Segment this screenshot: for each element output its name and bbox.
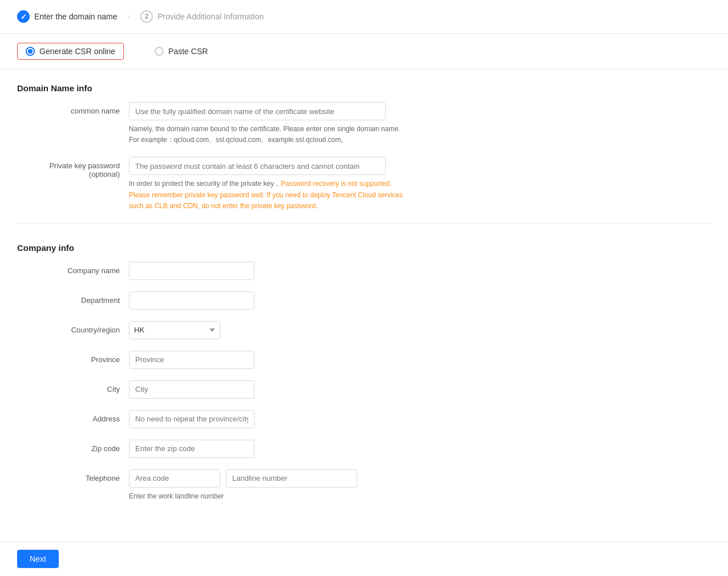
private-key-field: In order to protect the security of the … (129, 157, 414, 212)
department-row: Department (17, 291, 711, 310)
country-field: HK CN US UK JP SG (129, 321, 414, 339)
common-name-field: Namely, the domain name bound to the cer… (129, 102, 414, 145)
company-name-input[interactable] (129, 262, 254, 280)
footer-bar: Next (0, 541, 728, 576)
department-label: Department (17, 291, 120, 305)
step-1-label: Enter the domain name (34, 12, 118, 21)
zipcode-row: Zip code (17, 440, 711, 458)
country-label: Country/region (17, 321, 120, 334)
telephone-helper: Enter the work landline number (129, 491, 414, 502)
country-row: Country/region HK CN US UK JP SG (17, 321, 711, 339)
telephone-field: Enter the work landline number (129, 469, 414, 502)
stepper: ✓ Enter the domain name › 2 Provide Addi… (0, 0, 728, 34)
step-1-circle: ✓ (17, 10, 30, 23)
private-key-helper-plain: In order to protect the security of the … (129, 180, 281, 188)
step-2-label: Provide Additional Information (157, 12, 264, 21)
radio-row: Generate CSR online Paste CSR (0, 34, 728, 70)
company-name-label: Company name (17, 262, 120, 275)
private-key-row: Private key password (optional) In order… (17, 157, 711, 212)
step-arrow: › (128, 12, 131, 21)
zipcode-field (129, 440, 414, 458)
address-input[interactable] (129, 410, 254, 428)
address-label: Address (17, 410, 120, 423)
telephone-row: Telephone Enter the work landline number (17, 469, 711, 502)
landline-input[interactable] (226, 469, 357, 488)
city-label: City (17, 380, 120, 394)
company-name-field (129, 262, 414, 280)
common-name-input[interactable] (129, 102, 386, 120)
common-name-row: common name Namely, the domain name boun… (17, 102, 711, 145)
paste-csr-option[interactable]: Paste CSR (147, 43, 216, 59)
generate-csr-label: Generate CSR online (39, 47, 115, 56)
province-input[interactable] (129, 351, 254, 369)
city-row: City (17, 380, 711, 399)
area-code-input[interactable] (129, 469, 220, 488)
zipcode-label: Zip code (17, 440, 120, 453)
step-2-circle: 2 (140, 10, 153, 23)
paste-csr-radio[interactable] (155, 47, 164, 56)
step-2: 2 Provide Additional Information (140, 10, 264, 23)
telephone-label: Telephone (17, 469, 120, 482)
common-name-helper1: Namely, the domain name bound to the cer… (129, 124, 414, 145)
generate-csr-radio[interactable] (26, 47, 35, 56)
country-select[interactable]: HK CN US UK JP SG (129, 321, 220, 339)
company-section-title: Company info (17, 229, 711, 262)
address-row: Address (17, 410, 711, 428)
step-2-number: 2 (145, 13, 149, 21)
private-key-helper: In order to protect the security of the … (129, 179, 414, 212)
step-1: ✓ Enter the domain name (17, 10, 118, 23)
province-label: Province (17, 351, 120, 364)
province-row: Province (17, 351, 711, 369)
generate-csr-option[interactable]: Generate CSR online (17, 43, 124, 60)
department-field (129, 291, 414, 310)
province-field (129, 351, 414, 369)
zipcode-input[interactable] (129, 440, 254, 458)
section-divider (17, 223, 711, 224)
private-key-label: Private key password (optional) (17, 157, 120, 179)
common-name-label: common name (17, 102, 120, 115)
department-input[interactable] (129, 291, 254, 310)
domain-section-title: Domain Name info (17, 70, 711, 102)
next-button[interactable]: Next (17, 550, 59, 568)
check-icon: ✓ (21, 13, 27, 21)
city-input[interactable] (129, 380, 254, 399)
company-name-row: Company name (17, 262, 711, 280)
private-key-input[interactable] (129, 157, 386, 175)
telephone-inputs (129, 469, 414, 488)
city-field (129, 380, 414, 399)
main-content: Domain Name info common name Namely, the… (0, 70, 728, 530)
paste-csr-label: Paste CSR (168, 47, 208, 56)
address-field (129, 410, 414, 428)
